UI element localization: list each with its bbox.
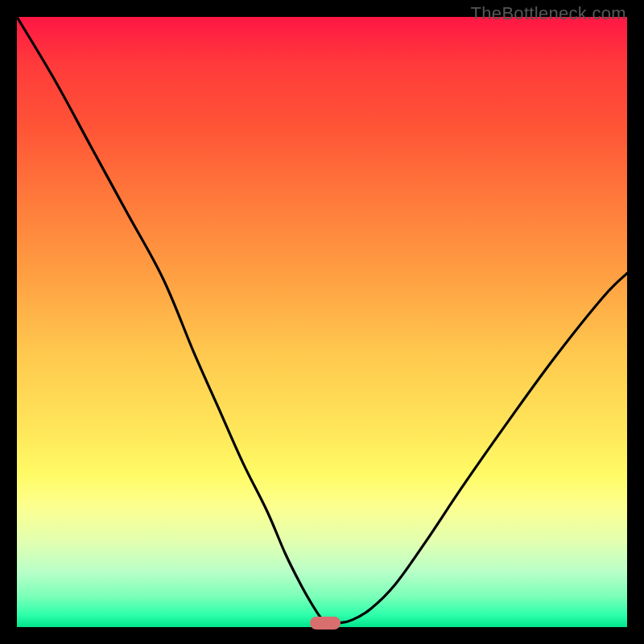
optimal-marker — [310, 617, 341, 630]
curve-svg — [17, 17, 627, 627]
bottleneck-curve — [17, 17, 627, 623]
watermark-text: TheBottleneck.com — [471, 3, 626, 24]
chart-container: TheBottleneck.com — [0, 0, 644, 644]
